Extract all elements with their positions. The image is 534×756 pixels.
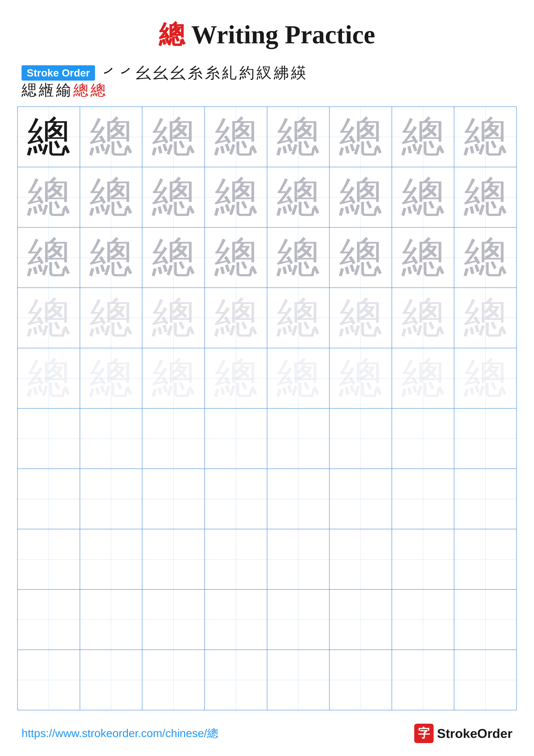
grid-cell[interactable]: 總 xyxy=(142,167,205,228)
grid-cell[interactable]: 總 xyxy=(142,107,205,167)
grid-cell[interactable] xyxy=(17,589,80,650)
grid-cell[interactable] xyxy=(329,408,392,469)
stroke-char-10: 紁 xyxy=(257,66,272,81)
stroke-char-4: 幺 xyxy=(153,66,168,81)
grid-cell[interactable]: 總 xyxy=(80,288,142,348)
grid-cell[interactable]: 總 xyxy=(267,107,330,167)
grid-cell[interactable] xyxy=(267,469,330,529)
grid-cell[interactable] xyxy=(80,408,142,469)
grid-cell[interactable] xyxy=(329,589,392,650)
grid-cell[interactable]: 總 xyxy=(267,167,330,228)
grid-cell[interactable]: 總 xyxy=(205,228,267,288)
grid-cell[interactable] xyxy=(267,529,330,589)
grid-row-9 xyxy=(17,589,517,650)
grid-cell[interactable] xyxy=(142,408,205,469)
grid-cell[interactable]: 總 xyxy=(205,107,267,167)
grid-cell[interactable]: 總 xyxy=(205,167,267,228)
footer-logo: 字 StrokeOrder xyxy=(414,724,513,743)
grid-cell[interactable]: 總 xyxy=(267,228,330,288)
grid-cell[interactable] xyxy=(392,408,454,469)
grid-cell[interactable] xyxy=(205,650,267,710)
footer-url[interactable]: https://www.strokeorder.com/chinese/總 xyxy=(21,726,218,741)
grid-cell[interactable]: 總 xyxy=(392,288,454,348)
grid-cell[interactable]: 總 xyxy=(267,348,330,408)
grid-cell[interactable] xyxy=(17,408,80,469)
stroke-char-12: 緓 xyxy=(291,66,306,81)
grid-cell[interactable]: 總 xyxy=(142,348,205,408)
grid-cell[interactable] xyxy=(142,650,205,710)
grid-cell[interactable]: 總 xyxy=(142,288,205,348)
stroke-char-2: ㇒ xyxy=(119,66,134,81)
grid-row-5: 總 總 總 總 總 總 總 總 xyxy=(17,348,517,408)
grid-cell[interactable] xyxy=(17,650,80,710)
grid-cell[interactable]: 總 xyxy=(392,167,454,228)
grid-cell[interactable] xyxy=(80,589,142,650)
grid-row-8 xyxy=(17,529,517,589)
grid-cell[interactable]: 總 xyxy=(329,107,392,167)
grid-cell[interactable]: 總 xyxy=(80,107,142,167)
grid-cell[interactable] xyxy=(329,650,392,710)
stroke-char-5: 幺 xyxy=(170,66,186,81)
stroke-char-13: 緦 xyxy=(21,83,37,98)
grid-cell[interactable]: 總 xyxy=(392,228,454,288)
grid-cell[interactable] xyxy=(205,469,267,529)
grid-cell[interactable]: 總 xyxy=(392,348,454,408)
grid-cell[interactable]: 總 xyxy=(205,288,267,348)
grid-cell[interactable]: 總 xyxy=(329,167,392,228)
grid-cell[interactable]: 總 xyxy=(454,228,517,288)
grid-cell[interactable]: 總 xyxy=(454,288,517,348)
grid-cell[interactable]: 總 xyxy=(205,348,267,408)
grid-cell[interactable] xyxy=(392,469,454,529)
grid-cell[interactable]: 總 xyxy=(392,107,454,167)
grid-cell[interactable] xyxy=(17,529,80,589)
stroke-order-area: Stroke Order ㇒ ㇒ 幺 幺 幺 糸 糸 糺 約 紁 紼 緓 緦 緪… xyxy=(0,65,534,98)
grid-cell[interactable]: 總 xyxy=(454,348,517,408)
stroke-char-1: ㇒ xyxy=(101,66,116,81)
grid-cell[interactable] xyxy=(329,529,392,589)
grid-cell[interactable] xyxy=(80,529,142,589)
grid-cell[interactable] xyxy=(454,650,517,710)
grid-cell[interactable] xyxy=(205,589,267,650)
grid-cell[interactable] xyxy=(142,469,205,529)
grid-cell[interactable] xyxy=(392,650,454,710)
grid-cell[interactable] xyxy=(80,650,142,710)
grid-cell[interactable] xyxy=(80,469,142,529)
grid-row-4: 總 總 總 總 總 總 總 總 xyxy=(17,288,517,348)
stroke-char-8: 糺 xyxy=(222,66,237,81)
grid-cell[interactable]: 總 xyxy=(80,348,142,408)
grid-cell[interactable] xyxy=(267,408,330,469)
grid-cell[interactable] xyxy=(142,589,205,650)
grid-cell[interactable]: 總 xyxy=(80,228,142,288)
grid-cell[interactable]: 總 xyxy=(329,288,392,348)
grid-cell[interactable] xyxy=(267,589,330,650)
grid-cell[interactable] xyxy=(454,589,517,650)
grid-cell[interactable] xyxy=(329,469,392,529)
grid-cell[interactable] xyxy=(17,469,80,529)
practice-grid-container: 總 總 總 總 總 總 總 總 總 總 總 總 總 總 總 總 xyxy=(0,106,534,710)
grid-cell[interactable] xyxy=(267,650,330,710)
grid-cell[interactable]: 總 xyxy=(80,167,142,228)
grid-cell[interactable]: 總 xyxy=(17,288,80,348)
grid-cell[interactable] xyxy=(392,529,454,589)
grid-cell[interactable]: 總 xyxy=(454,167,517,228)
grid-cell[interactable] xyxy=(205,529,267,589)
grid-cell[interactable]: 總 xyxy=(17,167,80,228)
grid-cell[interactable] xyxy=(205,408,267,469)
grid-cell[interactable] xyxy=(454,529,517,589)
grid-cell[interactable]: 總 xyxy=(17,228,80,288)
grid-cell[interactable] xyxy=(142,529,205,589)
title-area: 總 Writing Practice xyxy=(0,0,534,52)
grid-cell[interactable]: 總 xyxy=(17,348,80,408)
grid-cell[interactable] xyxy=(392,589,454,650)
grid-cell[interactable]: 總 xyxy=(17,107,80,167)
grid-cell[interactable]: 總 xyxy=(267,288,330,348)
stroke-char-11: 紼 xyxy=(274,66,289,81)
grid-row-3: 總 總 總 總 總 總 總 總 xyxy=(17,228,517,288)
grid-cell[interactable]: 總 xyxy=(454,107,517,167)
grid-cell[interactable] xyxy=(454,408,517,469)
grid-cell[interactable]: 總 xyxy=(329,228,392,288)
grid-row-10 xyxy=(17,650,517,710)
grid-cell[interactable]: 總 xyxy=(329,348,392,408)
grid-cell[interactable] xyxy=(454,469,517,529)
grid-cell[interactable]: 總 xyxy=(142,228,205,288)
